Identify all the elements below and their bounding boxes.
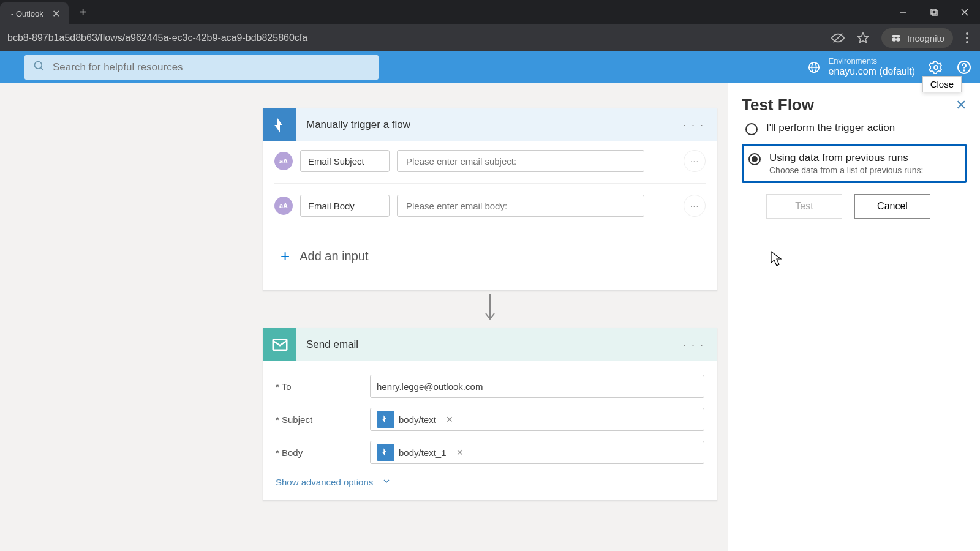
input-name-field[interactable]: Email Body: [300, 195, 390, 217]
add-input-label: Add an input: [300, 249, 368, 263]
dynamic-content-token[interactable]: body/text_1 ✕: [377, 444, 469, 461]
svg-rect-1: [931, 9, 936, 14]
divider: [274, 183, 706, 184]
browser-tab-strip: - Outlook ✕ +: [0, 0, 980, 24]
app-header: Environments enayu.com (default) Close: [0, 51, 980, 83]
trigger-input-row: aA Email Body ···: [274, 189, 706, 223]
environment-value: enayu.com (default): [829, 66, 915, 77]
trigger-card-menu[interactable]: · · ·: [671, 119, 717, 132]
send-email-icon: [263, 328, 296, 361]
tracking-off-icon[interactable]: [831, 31, 845, 45]
svg-rect-9: [892, 35, 900, 37]
token-remove-icon[interactable]: ✕: [451, 448, 469, 457]
field-label: Body: [282, 448, 303, 458]
designer-canvas-area: Manually trigger a flow · · · aA Email S…: [0, 83, 980, 551]
bookmark-star-icon[interactable]: [857, 32, 869, 44]
svg-point-7: [892, 37, 896, 42]
input-value-field[interactable]: [397, 195, 644, 217]
radio-option-previous-runs[interactable]: Using data from previous runs Choose dat…: [742, 144, 967, 183]
to-field[interactable]: henry.legge@outlook.com: [370, 375, 704, 398]
action-card: Send email · · · * To henry.legge@outloo…: [263, 328, 717, 501]
tab-title: - Outlook: [11, 9, 43, 18]
show-advanced-label: Show advanced options: [276, 477, 373, 487]
radio-icon: [748, 153, 761, 165]
field-label: Subject: [282, 414, 312, 425]
search-icon: [33, 60, 45, 75]
svg-marker-6: [858, 33, 869, 43]
window-controls: [888, 0, 980, 24]
radio-label: Using data from previous runs: [769, 152, 923, 164]
svg-point-12: [966, 41, 968, 43]
address-bar[interactable]: bcb8-897b1a5d8b63/flows/a962445a-ec3c-42…: [5, 32, 831, 43]
incognito-icon: [890, 32, 902, 44]
svg-point-18: [934, 66, 938, 69]
radio-icon: [745, 123, 758, 135]
tab-close-icon[interactable]: ✕: [52, 8, 60, 20]
input-value-field[interactable]: [397, 150, 644, 172]
incognito-indicator[interactable]: Incognito: [881, 28, 953, 48]
svg-line-14: [41, 68, 43, 70]
action-card-menu[interactable]: · · ·: [671, 339, 717, 351]
show-advanced-toggle[interactable]: Show advanced options: [276, 469, 704, 488]
svg-point-11: [966, 37, 968, 39]
svg-point-10: [966, 32, 968, 35]
svg-point-20: [963, 70, 965, 71]
panel-title: Test Flow: [742, 96, 814, 114]
field-row-subject: * Subject body/text ✕: [276, 403, 704, 436]
dynamic-content-token[interactable]: body/text ✕: [377, 411, 458, 428]
radio-option-manual[interactable]: I'll perform the trigger action: [742, 114, 967, 143]
panel-close-icon[interactable]: ✕: [956, 97, 967, 113]
svg-rect-2: [932, 10, 937, 15]
field-row-to: * To henry.legge@outlook.com: [276, 370, 704, 403]
environment-icon: [807, 60, 821, 75]
token-flow-icon: [377, 411, 394, 428]
minimize-button[interactable]: [888, 0, 919, 24]
browser-tab[interactable]: - Outlook ✕: [0, 2, 69, 24]
token-text: body/text: [394, 414, 441, 425]
new-tab-button[interactable]: +: [69, 6, 98, 20]
svg-point-8: [896, 37, 900, 42]
settings-gear-icon[interactable]: [929, 60, 943, 75]
field-row-body: * Body body/text_1 ✕: [276, 436, 704, 469]
incognito-label: Incognito: [907, 33, 944, 43]
close-tooltip: Close: [922, 76, 962, 92]
environment-picker[interactable]: Environments enayu.com (default): [807, 57, 915, 77]
action-title: Send email: [296, 339, 671, 351]
trigger-card-header[interactable]: Manually trigger a flow · · ·: [263, 108, 717, 141]
test-button[interactable]: Test: [766, 194, 842, 219]
token-flow-icon: [377, 444, 394, 461]
to-value: henry.legge@outlook.com: [377, 381, 483, 392]
browser-menu-icon[interactable]: [965, 32, 969, 44]
svg-point-13: [35, 62, 42, 69]
trigger-input-row: aA Email Subject ···: [274, 144, 706, 178]
input-row-menu[interactable]: ···: [684, 150, 706, 172]
environment-label: Environments: [829, 57, 915, 66]
input-row-menu[interactable]: ···: [684, 195, 706, 217]
subject-field[interactable]: body/text ✕: [370, 408, 704, 431]
radio-label: I'll perform the trigger action: [766, 122, 895, 134]
cancel-button[interactable]: Cancel: [854, 194, 930, 219]
divider: [274, 228, 706, 228]
input-name-field[interactable]: Email Subject: [300, 150, 390, 172]
trigger-title: Manually trigger a flow: [296, 119, 671, 131]
token-remove-icon[interactable]: ✕: [441, 414, 458, 424]
search-box[interactable]: [24, 55, 379, 80]
field-label: To: [282, 381, 292, 392]
browser-address-row: bcb8-897b1a5d8b63/flows/a962445a-ec3c-42…: [0, 24, 980, 51]
maximize-button[interactable]: [919, 0, 949, 24]
test-flow-panel: Test Flow ✕ I'll perform the trigger act…: [728, 83, 980, 551]
text-type-icon: aA: [274, 152, 293, 170]
flow-arrow-connector[interactable]: [263, 291, 717, 328]
body-field[interactable]: body/text_1 ✕: [370, 441, 704, 464]
help-icon[interactable]: [957, 60, 971, 75]
trigger-icon: [263, 108, 296, 141]
search-input[interactable]: [53, 61, 370, 73]
radio-sublabel: Choose data from a list of previous runs…: [769, 165, 923, 175]
token-text: body/text_1: [394, 448, 451, 458]
add-input-button[interactable]: + Add an input: [274, 233, 706, 279]
plus-icon: +: [281, 247, 290, 266]
action-card-header[interactable]: Send email · · ·: [263, 328, 717, 361]
text-type-icon: aA: [274, 197, 293, 215]
chevron-down-icon: [382, 476, 391, 488]
window-close-button[interactable]: [949, 0, 980, 24]
